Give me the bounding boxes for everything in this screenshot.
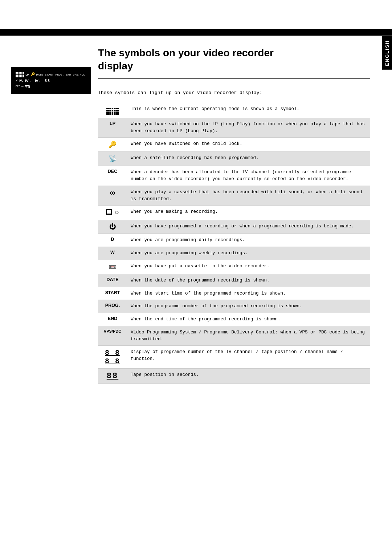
table-row: ∞ When you play a cassette that has been… (98, 186, 370, 206)
satellite-icon: 📡 (109, 155, 117, 163)
key-icon: 🔑 (109, 141, 117, 149)
intro-text: These symbols can light up on your video… (98, 90, 370, 96)
table-row: This is where the current operating mode… (98, 103, 370, 118)
table-row: 📼 When you have put a cassette in the vi… (98, 260, 370, 274)
symbol-cell-lp: LP (98, 118, 127, 138)
title-line2: display (98, 60, 133, 72)
symbol-cell-satellite: 📡 (98, 152, 127, 166)
symbol-cell-end: END (98, 313, 127, 326)
table-row: VPS/PDC Video Programming System / Progr… (98, 326, 370, 346)
symbol-cell-hifi: ∞ (98, 186, 127, 206)
grid-symbol-icon (106, 108, 119, 115)
description-cell: This is where the current operating mode… (127, 103, 370, 118)
description-cell: When a decoder has been allocated to the… (127, 166, 370, 186)
cassette-icon: 📼 (109, 264, 117, 271)
display-panel-image: LP 🔑 DATE START PROG. END VPS/PDC ⚡ Ⅳ. Ⅳ… (11, 67, 91, 94)
two-segment-icon: 88 (107, 372, 118, 381)
description-cell: When a satellite recording has been prog… (127, 152, 370, 166)
table-row: DATE When the date of the programmed rec… (98, 274, 370, 287)
table-row: ⏻ When you have programmed a recording o… (98, 220, 370, 234)
description-cell: Tape position in seconds. (127, 369, 370, 384)
symbol-cell-d: D (98, 234, 127, 247)
description-cell: When you are programming daily recording… (127, 234, 370, 247)
description-cell: When you play a cassette that has been r… (127, 186, 370, 206)
symbol-cell (98, 103, 127, 118)
table-row: 8 8 8 8 Display of programme number of t… (98, 346, 370, 369)
description-cell: Display of programme number of the TV ch… (127, 346, 370, 369)
description-cell: When you have switched on the LP (Long P… (127, 118, 370, 138)
description-cell: When you have programmed a recording or … (127, 220, 370, 234)
symbol-cell-vpspdc: VPS/PDC (98, 326, 127, 346)
table-row: 88 Tape position in seconds. (98, 369, 370, 384)
symbol-cell-record: ○ (98, 206, 127, 220)
page-title: The symbols on your video recorder displ… (98, 46, 370, 79)
table-row: 📡 When a satellite recording has been pr… (98, 152, 370, 166)
description-cell: Video Programming System / Programme Del… (127, 326, 370, 346)
language-label: ENGLISH (384, 40, 390, 66)
symbol-cell-key: 🔑 (98, 138, 127, 152)
record-icon (106, 209, 112, 215)
symbol-cell-2segments: 88 (98, 369, 127, 384)
table-row: DEC When a decoder has been allocated to… (98, 166, 370, 186)
description-cell: When the programme number of the program… (127, 300, 370, 313)
hifi-icon: ∞ (110, 189, 115, 198)
symbol-cell-4segments: 8 8 8 8 (98, 346, 127, 369)
symbol-cell-dec: DEC (98, 166, 127, 186)
symbols-table: This is where the current operating mode… (98, 103, 370, 384)
description-cell: When the start time of the programmed re… (127, 287, 370, 300)
symbol-cell-w: W (98, 247, 127, 260)
symbol-cell-start: START (98, 287, 127, 300)
symbol-cell-cassette: 📼 (98, 260, 127, 274)
description-cell: When you have put a cassette in the vide… (127, 260, 370, 274)
language-tab: ENGLISH (382, 36, 392, 70)
description-cell: When the date of the programmed recordin… (127, 274, 370, 287)
description-cell: When you are making a recording. (127, 206, 370, 220)
table-row: START When the start time of the program… (98, 287, 370, 300)
table-row: 🔑 When you have switched on the child lo… (98, 138, 370, 152)
table-row: ○ When you are making a recording. (98, 206, 370, 220)
timer-icon: ⏻ (109, 223, 116, 231)
table-row: END When the end time of the programmed … (98, 313, 370, 326)
symbol-cell-date: DATE (98, 274, 127, 287)
four-segment-icon: 8 8 8 8 (105, 349, 120, 365)
table-row: W When you are programming weekly record… (98, 247, 370, 260)
title-line1: The symbols on your video recorder (98, 47, 274, 58)
description-cell: When you have switched on the child lock… (127, 138, 370, 152)
table-row: D When you are programming daily recordi… (98, 234, 370, 247)
description-cell: When you are programming weekly recordin… (127, 247, 370, 260)
record-circle: ○ (115, 208, 119, 217)
table-row: LP When you have switched on the LP (Lon… (98, 118, 370, 138)
description-cell: When the end time of the programmed reco… (127, 313, 370, 326)
table-row: PROG. When the programme number of the p… (98, 300, 370, 313)
main-content: The symbols on your video recorder displ… (98, 36, 370, 384)
symbol-cell-prog: PROG. (98, 300, 127, 313)
symbol-cell-timer: ⏻ (98, 220, 127, 234)
top-decorative-bar (0, 29, 392, 36)
